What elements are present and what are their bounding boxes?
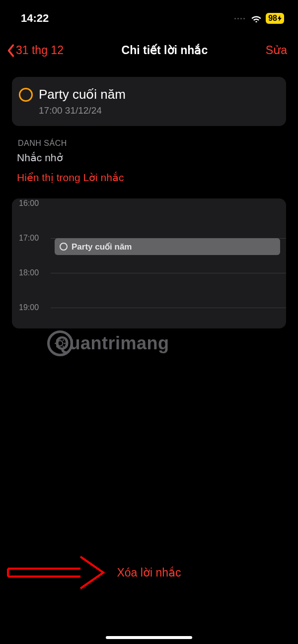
battery-percent: 98 [268, 14, 277, 23]
back-label: 31 thg 12 [16, 44, 64, 57]
event-radio-icon [60, 243, 68, 251]
svg-point-0 [58, 341, 63, 346]
home-indicator[interactable] [106, 636, 192, 639]
hour-label: 16:00 [19, 199, 39, 208]
back-button[interactable]: 31 thg 12 [7, 44, 64, 57]
status-right: 98 [234, 13, 284, 24]
status-bar: 14:22 98 [0, 0, 298, 30]
svg-line-7 [56, 346, 57, 347]
reminder-card[interactable]: Party cuối năm 17:00 31/12/24 [12, 77, 286, 126]
list-name: Nhắc nhở [17, 152, 298, 164]
reminder-radio-icon[interactable] [19, 88, 33, 102]
reminder-title: Party cuối năm [39, 87, 126, 102]
show-in-reminders-link[interactable]: Hiển thị trong Lời nhắc [17, 172, 298, 184]
status-time: 14:22 [21, 12, 49, 25]
edit-button[interactable]: Sửa [266, 44, 287, 57]
svg-line-6 [63, 346, 64, 347]
nav-bar: 31 thg 12 Chi tiết lời nhắc Sửa [0, 30, 298, 66]
battery-badge: 98 [266, 13, 284, 24]
reminder-text: Party cuối năm 17:00 31/12/24 [39, 87, 126, 116]
bolt-icon [278, 15, 282, 21]
timeline-event[interactable]: Party cuối năm [55, 238, 280, 255]
cellular-dots-icon [234, 18, 245, 19]
watermark: Q uantrimang [47, 330, 169, 356]
page-title: Chi tiết lời nhắc [122, 44, 208, 57]
list-section-header: DANH SÁCH [18, 139, 298, 148]
watermark-text: uantrimang [70, 333, 169, 354]
reminder-datetime: 17:00 31/12/24 [39, 105, 126, 116]
hour-label: 17:00 [19, 234, 39, 243]
svg-line-8 [63, 339, 64, 340]
timeline: 16:00 17:00 18:00 19:00 Party cuối năm [12, 198, 286, 328]
hour-label: 18:00 [19, 268, 39, 277]
svg-line-5 [56, 339, 57, 340]
event-title: Party cuối năm [72, 242, 132, 252]
chevron-left-icon [7, 44, 15, 57]
hour-label: 19:00 [19, 303, 39, 312]
wifi-icon [251, 14, 262, 22]
annotation-arrow-icon [6, 554, 105, 591]
